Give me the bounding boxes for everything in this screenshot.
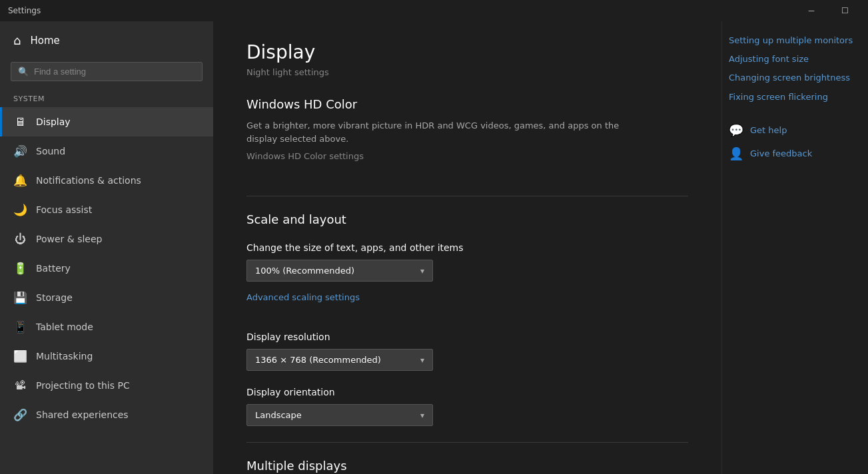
home-label: Home [30, 35, 59, 47]
sidebar: ⌂ Home 🔍 System 🖥 Display 🔊 Sound 🔔 Noti… [0, 21, 213, 474]
right-panel-link[interactable]: Setting up multiple monitors [729, 35, 855, 47]
orientation-dropdown-container: Landscape ▾ [246, 404, 688, 426]
sidebar-item-battery[interactable]: 🔋 Battery [0, 254, 213, 283]
right-panel: Setting up multiple monitorsAdjusting fo… [721, 21, 868, 474]
focus-assist-icon: 🌙 [13, 203, 27, 216]
storage-icon: 💾 [13, 291, 27, 304]
tablet-mode-icon: 📱 [13, 320, 27, 334]
search-icon: 🔍 [18, 67, 29, 77]
sidebar-item-focus-assist[interactable]: 🌙 Focus assist [0, 195, 213, 224]
sidebar-item-label-battery: Battery [36, 263, 71, 274]
give-feedback-icon: 👤 [729, 146, 743, 160]
divider-1 [246, 196, 688, 196]
minimize-button[interactable]: ─ [796, 0, 827, 21]
sidebar-item-label-shared-exp: Shared experiences [36, 409, 129, 420]
right-panel-link[interactable]: Changing screen brightness [729, 72, 855, 84]
night-light-link[interactable]: Night light settings [246, 67, 688, 77]
right-panel-link[interactable]: Adjusting font size [729, 53, 855, 65]
sound-icon: 🔊 [13, 144, 27, 158]
app-title: Settings [8, 6, 41, 15]
give-feedback-label: Give feedback [750, 148, 812, 158]
titlebar: Settings ─ ☐ [0, 0, 868, 21]
resolution-label: Display resolution [246, 332, 688, 342]
search-box[interactable]: 🔍 [11, 62, 203, 81]
windows-hd-color-link[interactable]: Windows HD Color settings [246, 151, 364, 161]
projecting-icon: 📽 [13, 379, 27, 392]
resolution-chevron-icon: ▾ [420, 356, 424, 365]
app-body: ⌂ Home 🔍 System 🖥 Display 🔊 Sound 🔔 Noti… [0, 21, 868, 474]
orientation-dropdown[interactable]: Landscape ▾ [246, 404, 433, 426]
search-input[interactable] [34, 67, 195, 77]
sidebar-item-notifications[interactable]: 🔔 Notifications & actions [0, 166, 213, 195]
right-panel-link[interactable]: Fixing screen flickering [729, 91, 855, 103]
sidebar-item-projecting[interactable]: 📽 Projecting to this PC [0, 371, 213, 400]
get-help-label: Get help [750, 125, 787, 135]
sidebar-item-label-notifications: Notifications & actions [36, 175, 141, 186]
sidebar-item-label-multitasking: Multitasking [36, 351, 93, 361]
scale-dropdown-container: 100% (Recommended) ▾ [246, 260, 688, 282]
sidebar-item-display[interactable]: 🖥 Display [0, 107, 213, 136]
power-sleep-icon: ⏻ [13, 232, 27, 246]
right-panel-actions: 💬 Get help 👤 Give feedback [729, 123, 855, 160]
maximize-button[interactable]: ☐ [829, 0, 860, 21]
system-section-label: System [0, 87, 213, 107]
sidebar-item-tablet-mode[interactable]: 📱 Tablet mode [0, 312, 213, 342]
scale-chevron-icon: ▾ [420, 266, 424, 276]
sidebar-item-sound[interactable]: 🔊 Sound [0, 136, 213, 166]
give-feedback-item[interactable]: 👤 Give feedback [729, 146, 855, 160]
windows-hd-color-title: Windows HD Color [246, 97, 688, 111]
scale-value: 100% (Recommended) [255, 266, 354, 276]
sidebar-item-storage[interactable]: 💾 Storage [0, 283, 213, 312]
shared-exp-icon: 🔗 [13, 408, 27, 421]
resolution-value: 1366 × 768 (Recommended) [255, 355, 381, 365]
window-controls: ─ ☐ [796, 0, 860, 21]
divider-2 [246, 442, 688, 443]
right-panel-links: Setting up multiple monitorsAdjusting fo… [729, 35, 855, 103]
page-title: Display [246, 41, 688, 63]
get-help-icon: 💬 [729, 123, 743, 137]
sidebar-item-label-tablet-mode: Tablet mode [36, 322, 93, 332]
scale-dropdown[interactable]: 100% (Recommended) ▾ [246, 260, 433, 282]
notifications-icon: 🔔 [13, 174, 27, 187]
scale-layout-title: Scale and layout [246, 212, 688, 226]
sidebar-item-label-sound: Sound [36, 146, 65, 156]
sidebar-item-label-power-sleep: Power & sleep [36, 234, 102, 244]
multitasking-icon: ⬜ [13, 350, 27, 363]
multiple-displays-title: Multiple displays [246, 459, 688, 473]
size-label: Change the size of text, apps, and other… [246, 242, 688, 253]
sidebar-item-shared-exp[interactable]: 🔗 Shared experiences [0, 400, 213, 429]
get-help-item[interactable]: 💬 Get help [729, 123, 855, 137]
sidebar-item-multitasking[interactable]: ⬜ Multitasking [0, 342, 213, 371]
orientation-chevron-icon: ▾ [420, 411, 424, 420]
sidebar-item-label-focus-assist: Focus assist [36, 204, 92, 215]
home-icon: ⌂ [13, 33, 21, 47]
sidebar-item-label-display: Display [36, 117, 71, 127]
windows-hd-color-description: Get a brighter, more vibrant picture in … [246, 119, 620, 145]
sidebar-home[interactable]: ⌂ Home [0, 21, 213, 59]
sidebar-items-container: 🖥 Display 🔊 Sound 🔔 Notifications & acti… [0, 107, 213, 429]
battery-icon: 🔋 [13, 262, 27, 275]
orientation-label: Display orientation [246, 387, 688, 397]
orientation-value: Landscape [255, 410, 302, 420]
resolution-dropdown-container: 1366 × 768 (Recommended) ▾ [246, 349, 688, 371]
sidebar-item-label-storage: Storage [36, 292, 73, 303]
display-icon: 🖥 [13, 115, 27, 128]
resolution-dropdown[interactable]: 1366 × 768 (Recommended) ▾ [246, 349, 433, 371]
main-content: Display Night light settings Windows HD … [213, 21, 721, 474]
advanced-scaling-link[interactable]: Advanced scaling settings [246, 292, 360, 302]
sidebar-item-label-projecting: Projecting to this PC [36, 380, 130, 391]
sidebar-item-power-sleep[interactable]: ⏻ Power & sleep [0, 224, 213, 254]
